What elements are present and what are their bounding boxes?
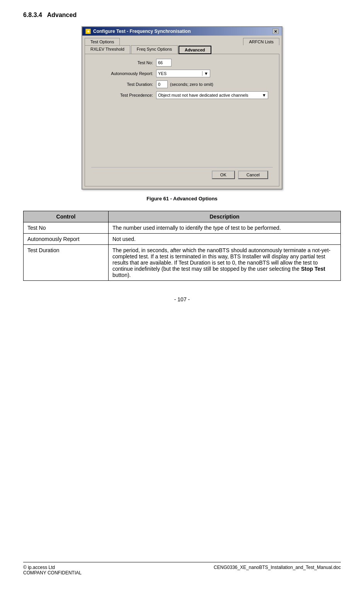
- dropdown-precedence[interactable]: Object must not have dedicated active ch…: [156, 91, 268, 99]
- footer-left: © ip.access Ltd COMPANY CONFIDENTIAL: [23, 565, 82, 576]
- dropdown-auto-report-value: YES: [158, 71, 167, 76]
- cancel-button[interactable]: Cancel: [238, 171, 268, 179]
- footer-company-line2: COMPANY CONFIDENTIAL: [23, 570, 82, 576]
- dropdown-arrow: ▼: [202, 71, 208, 76]
- table-row: Test No The number used internally to id…: [24, 222, 341, 234]
- titlebar-left: ✦ Configure Test - Frequency Synchronisa…: [85, 29, 191, 34]
- desc-duration-text1: The period, in seconds, after which the …: [112, 247, 330, 272]
- footer-company-line1: © ip.access Ltd: [23, 565, 82, 570]
- empty-panel-area: [91, 102, 273, 164]
- col-header-control: Control: [24, 211, 109, 222]
- input-duration[interactable]: [156, 80, 168, 88]
- dropdown-auto-report[interactable]: YES ▼: [156, 70, 210, 77]
- cell-desc-autoreport: Not used.: [109, 234, 341, 245]
- figure-caption: Figure 61 - Advanced Options: [23, 196, 341, 202]
- info-table: Control Description Test No The number u…: [23, 211, 341, 281]
- label-testno: Test No:: [91, 60, 153, 65]
- dialog-btn-row: OK Cancel: [91, 167, 273, 181]
- form-row-auto-report: Autonomously Report: YES ▼: [91, 70, 273, 77]
- note-duration: (seconds; zero to omit): [170, 82, 213, 87]
- cell-control-duration: Test Duration: [24, 245, 109, 281]
- dialog-screenshot: ✦ Configure Test - Frequency Synchronisa…: [82, 26, 282, 190]
- dropdown-precedence-value: Object must not have dedicated active ch…: [158, 93, 248, 97]
- section-heading: 6.8.3.4 Advanced: [23, 12, 341, 19]
- desc-duration-bold: Stop Test: [301, 266, 325, 272]
- cell-desc-testno: The number used internally to identify t…: [109, 222, 341, 234]
- tab-arfcn-lists[interactable]: ARFCN Lists: [243, 38, 279, 45]
- section-number: 6.8.3.4: [23, 12, 42, 18]
- footer: © ip.access Ltd COMPANY CONFIDENTIAL CEN…: [23, 562, 341, 576]
- label-duration: Test Duration:: [91, 82, 153, 87]
- form-row-testno: Test No:: [91, 59, 273, 67]
- table-row: Test Duration The period, in seconds, af…: [24, 245, 341, 281]
- tab-row-1: Test Options ARFCN Lists: [85, 38, 279, 45]
- close-button[interactable]: ✕: [272, 29, 279, 34]
- dialog-title: Configure Test - Frequency Synchronisati…: [93, 29, 191, 34]
- section-title: Advanced: [47, 12, 77, 18]
- cell-desc-duration: The period, in seconds, after which the …: [109, 245, 341, 281]
- input-testno[interactable]: [156, 59, 172, 67]
- table-row: Autonomously Report Not used.: [24, 234, 341, 245]
- tab-test-options[interactable]: Test Options: [85, 38, 120, 45]
- dialog-body: Test Options ARFCN Lists RXLEV Threshold…: [82, 36, 282, 189]
- tab-rxlev[interactable]: RXLEV Threshold: [85, 45, 130, 54]
- dialog-content-area: Test No: Autonomously Report: YES ▼ Test…: [85, 54, 279, 186]
- col-header-description: Description: [109, 211, 341, 222]
- footer-row: © ip.access Ltd COMPANY CONFIDENTIAL CEN…: [23, 565, 341, 576]
- tab-advanced[interactable]: Advanced: [179, 46, 211, 54]
- form-row-precedence: Test Precedence: Object must not have de…: [91, 91, 273, 99]
- page-number: - 107 -: [23, 296, 341, 302]
- dialog-icon: ✦: [85, 29, 91, 34]
- cell-control-testno: Test No: [24, 222, 109, 234]
- dialog-titlebar: ✦ Configure Test - Frequency Synchronisa…: [82, 27, 282, 36]
- dropdown-precedence-arrow: ▼: [262, 93, 266, 97]
- tab-row-2: RXLEV Threshold Freq Sync Options Advanc…: [85, 45, 279, 54]
- tab-freq-sync[interactable]: Freq Sync Options: [131, 45, 178, 54]
- footer-right: CENG0336_XE_nanoBTS_Installation_and_Tes…: [214, 565, 341, 576]
- desc-duration-text2: button).: [112, 272, 131, 278]
- dialog-container: ✦ Configure Test - Frequency Synchronisa…: [23, 26, 341, 190]
- table-header-row: Control Description: [24, 211, 341, 222]
- ok-button[interactable]: OK: [212, 171, 235, 179]
- cell-control-autoreport: Autonomously Report: [24, 234, 109, 245]
- footer-divider: [23, 562, 341, 562]
- label-auto-report: Autonomously Report:: [91, 71, 153, 76]
- label-precedence: Test Precedence:: [91, 93, 153, 97]
- form-row-duration: Test Duration: (seconds; zero to omit): [91, 80, 273, 88]
